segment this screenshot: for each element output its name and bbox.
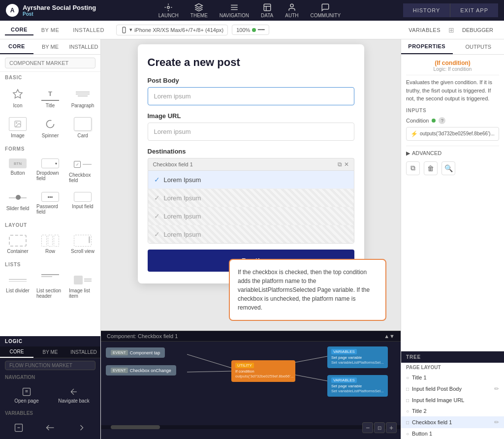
inspect-action-button[interactable]: 🔍	[441, 161, 455, 175]
icon-grid: ⊞	[448, 26, 454, 34]
exit-app-button[interactable]: EXIT APP	[450, 3, 498, 17]
tree-item-title2[interactable]: ○ Title 2	[401, 406, 504, 416]
tree-item-title1[interactable]: ○ Title 1	[401, 372, 504, 383]
right-panel: PROPERTIES OUTPUTS (If condition) Logic:…	[401, 39, 504, 439]
logic-tab-installed[interactable]: INSTALLED	[67, 346, 100, 358]
condition-value: outputs('3d732be0259ef.8be66')...	[420, 131, 495, 136]
zoom-value: 100%	[236, 27, 250, 33]
flow-node-utility[interactable]: UTILITY If conditionoutputs('3d732be0259…	[231, 360, 295, 382]
sidebar-tab-core[interactable]: CORE	[0, 39, 33, 54]
nav-section-label: NAVIGATION	[0, 373, 100, 382]
component-scroll[interactable]: Scroll view	[67, 231, 98, 258]
nav-auth-label: AUTH	[285, 13, 298, 18]
tree-item-checkbox1[interactable]: □ Checkbox field 1 ✏	[401, 416, 504, 428]
tree-bullet-5: □	[406, 420, 409, 425]
component-container[interactable]: Container	[2, 231, 33, 258]
component-button[interactable]: BTN Button	[2, 155, 33, 187]
component-dropdown[interactable]: ▾ Dropdown field	[34, 155, 66, 187]
tab-installed-top[interactable]: INSTALLED	[67, 25, 110, 35]
zoom-control[interactable]: 100% ━━	[232, 25, 269, 35]
phone-frame: Create a new post Post Body Image URL De…	[138, 44, 364, 283]
tree-item-input-postbody[interactable]: □ Input field Post Body ✏	[401, 383, 504, 395]
nav-right: HISTORY EXIT APP	[403, 3, 498, 17]
checkbox-item-2[interactable]: ✓ Lorem Ipsum	[148, 189, 354, 207]
component-input[interactable]: Input field	[67, 188, 98, 219]
component-password[interactable]: ••• Password field	[34, 188, 66, 219]
component-image[interactable]: Image	[2, 113, 33, 142]
nav-launch[interactable]: LAUNCH	[158, 3, 179, 18]
field-postbody-input[interactable]	[148, 87, 354, 105]
layout-grid: Container Row Scroll view	[0, 230, 100, 259]
history-button[interactable]: HISTORY	[403, 3, 450, 17]
nav-theme[interactable]: THEME	[190, 3, 208, 18]
field-imageurl-input[interactable]	[148, 123, 354, 141]
flow-node-vars2[interactable]: VARIABLES Set page variableSet variableL…	[327, 375, 388, 397]
var-func-2[interactable]	[35, 420, 65, 437]
component-icon[interactable]: Icon	[2, 83, 33, 112]
nav-navigation[interactable]: NAVIGATION	[220, 3, 249, 18]
component-slider[interactable]: Slider field	[2, 188, 33, 219]
app-logo[interactable]: A Ayrshare Social Posting Post	[6, 4, 96, 17]
scroll-thumb[interactable]	[111, 425, 160, 429]
device-selector[interactable]: ▾ iPhone XR/XS Max/6+/7+/8+ (414px)	[116, 25, 228, 35]
var-func-3[interactable]	[67, 420, 96, 437]
chevron-right-icon: ▶	[406, 150, 410, 157]
checkbox-field-label: Checkbox field 1	[153, 161, 193, 167]
nav-auth[interactable]: AUTH	[285, 3, 298, 18]
component-listdivider[interactable]: List divider	[2, 270, 33, 303]
nav-back[interactable]: Navigate back	[51, 384, 96, 407]
nav-data[interactable]: DATA	[261, 3, 273, 18]
up-arrow[interactable]: ▲▼	[384, 333, 395, 339]
zoom-box[interactable]: ⊡	[374, 422, 385, 433]
logic-component-label: Component: Checkbox field 1 ▲▼	[101, 331, 401, 342]
canvas-area: Create a new post Post Body Image URL De…	[101, 39, 401, 331]
scrollbar-area	[101, 425, 401, 429]
nav-openpage[interactable]: Open page	[4, 384, 49, 407]
zoom-minus[interactable]: −	[362, 422, 373, 433]
component-spinner[interactable]: Spinner	[34, 113, 66, 142]
tab-byme-top[interactable]: BY ME	[35, 25, 65, 35]
if-condition-label: (If condition) Logic: If condition	[406, 60, 499, 75]
variables-button[interactable]: VARIABLES	[403, 25, 446, 35]
tree-item-button1[interactable]: ○ Button 1	[401, 428, 504, 439]
zoom-plus[interactable]: +	[386, 422, 397, 433]
logic-tab-byme[interactable]: BY ME	[33, 346, 67, 358]
destinations-label: Destinations	[148, 148, 354, 155]
var-func-1[interactable]	[4, 420, 33, 437]
component-paragraph[interactable]: Paragraph	[67, 83, 98, 112]
component-row[interactable]: Row	[34, 231, 66, 258]
advanced-toggle[interactable]: ▶ ADVANCED	[406, 150, 499, 157]
properties-section: (If condition) Logic: If condition Evalu…	[401, 55, 504, 351]
tab-core-top[interactable]: CORE	[5, 25, 33, 35]
debugger-button[interactable]: DEBUGGER	[456, 25, 499, 35]
component-listsection[interactable]: List section header	[34, 270, 66, 303]
component-card[interactable]: Card	[67, 113, 98, 142]
flow-node-vars1[interactable]: VARIABLES Set page variableSet variableL…	[327, 346, 388, 368]
right-tab-outputs[interactable]: OUTPUTS	[453, 39, 504, 54]
right-tab-properties[interactable]: PROPERTIES	[401, 39, 453, 54]
right-tabs: PROPERTIES OUTPUTS	[401, 39, 504, 55]
logic-tab-core[interactable]: CORE	[0, 346, 33, 358]
checkbox-item-3[interactable]: ✓ Lorem Ipsum	[148, 207, 354, 225]
info-icon[interactable]: ?	[439, 117, 445, 124]
delete-icon[interactable]: ✕	[344, 161, 349, 168]
duplicate-action-button[interactable]: ⧉	[406, 161, 420, 175]
sidebar-tab-byme[interactable]: BY ME	[33, 39, 67, 54]
component-search-input[interactable]	[5, 58, 95, 68]
condition-label-text: (If condition)	[406, 60, 499, 66]
edit-icon-postbody[interactable]: ✏	[494, 385, 499, 392]
component-title[interactable]: T Title	[34, 83, 66, 112]
checkbox-item-4[interactable]: ✓ Lorem Ipsum	[148, 225, 354, 243]
sidebar-tab-installed[interactable]: INSTALLED	[67, 39, 100, 54]
condition-input[interactable]: ⚡ outputs('3d732be0259ef.8be66')...	[406, 127, 499, 141]
component-checkbox-field[interactable]: ✓ Checkbox field	[67, 155, 98, 187]
tooltip-text: If the checkbox is checked, then the top…	[238, 269, 370, 311]
copy-icon[interactable]: ⧉	[338, 161, 342, 168]
edit-icon-checkbox[interactable]: ✏	[494, 419, 499, 426]
delete-action-button[interactable]: 🗑	[424, 161, 438, 175]
nav-community[interactable]: COMMUNITY	[310, 3, 341, 18]
tree-item-input-imageurl[interactable]: □ Input field Image URL	[401, 395, 504, 406]
component-imagelist[interactable]: Image list item	[67, 270, 98, 303]
checkbox-item-1[interactable]: ✓ Lorem Ipsum	[148, 171, 354, 189]
flow-function-search[interactable]	[5, 361, 95, 370]
